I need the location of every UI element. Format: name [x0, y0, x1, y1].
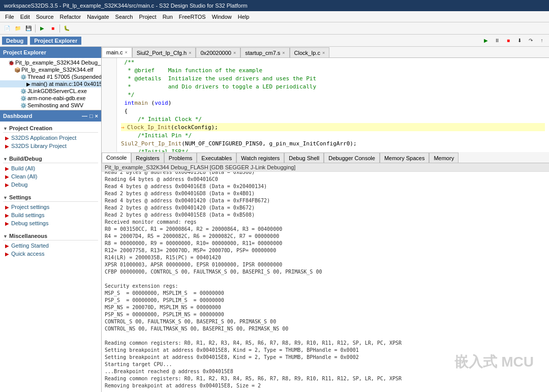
menu-item-refactor[interactable]: Refactor	[57, 13, 84, 21]
dashboard-section: ▼ Miscellaneous▶Getting Started▶Quick ac…	[0, 229, 101, 260]
section-header[interactable]: ▼ Settings	[3, 193, 98, 202]
console-tab-5[interactable]: Debug Shell	[284, 153, 324, 163]
dashboard-item[interactable]: ▶Build settings	[3, 211, 98, 219]
console-line	[105, 333, 546, 340]
console-tab-3[interactable]: Executables	[197, 153, 236, 163]
console-line: Read 2 bytes @ address 0x004016D8 (Data …	[105, 191, 546, 198]
tree-item[interactable]: ⚙️Semihosting and SWV	[0, 102, 101, 109]
dashboard-section: ▼ Project Creation▶S32DS Application Pro…	[0, 122, 101, 152]
dashboard-item[interactable]: ▶Debug	[3, 180, 98, 189]
menu-item-help[interactable]: Help	[235, 13, 253, 21]
console-line: CONTROL_NS 00, FAULTMASK_NS 00, BASEPRI_…	[105, 326, 546, 333]
editor-tab-1[interactable]: Siul2_Port_Ip_Cfg.h×	[132, 47, 196, 57]
section-chevron: ▼	[3, 157, 8, 162]
console-line: Removing breakpoint at address 0x004015E…	[105, 383, 546, 390]
item-label: Build settings	[11, 212, 44, 218]
step-into-btn[interactable]: ⬇	[514, 36, 525, 45]
tree-item[interactable]: 📦Pit_lp_example_S32K344.elf	[0, 66, 101, 73]
console-tab-6[interactable]: Debugger Console	[324, 153, 380, 163]
console-line: Reading common registers: R0, R1, R2, R3…	[105, 376, 546, 383]
tree-item[interactable]: ⚙️arm-none-eabi-gdb.exe	[0, 95, 101, 102]
step-return-btn[interactable]: ↑	[537, 36, 547, 45]
dashboard-item[interactable]: ▶Build (All)	[3, 164, 98, 172]
dashboard-item[interactable]: ▶Getting Started	[3, 242, 98, 250]
console-content[interactable]: Received monitor command: haltHalting ta…	[102, 172, 549, 392]
menu-item-run[interactable]: Run	[160, 13, 176, 21]
tab-close-0[interactable]: ×	[125, 50, 127, 55]
editor-tab-4[interactable]: Clock_Ip.c×	[290, 47, 330, 57]
stop-debug-btn[interactable]: ■	[503, 36, 513, 45]
menu-item-navigate[interactable]: Navigate	[84, 13, 112, 21]
item-icon: ▶	[5, 166, 9, 171]
menu-item-file[interactable]: File	[2, 13, 17, 21]
tree-item[interactable]: ⚙️Thread #1 57005 (Suspended : Breakpoin…	[0, 73, 101, 80]
item-label: Debug settings	[11, 220, 48, 226]
editor-tab-0[interactable]: main.c×	[102, 47, 132, 57]
menu-item-source[interactable]: Source	[33, 13, 57, 21]
console-tab-1[interactable]: Registers	[131, 153, 164, 163]
menu-item-search[interactable]: Search	[112, 13, 136, 21]
stop-btn[interactable]: ■	[48, 24, 58, 33]
tab-label: Clock_Ip.c	[294, 50, 320, 56]
step-over-btn[interactable]: ↷	[526, 36, 536, 45]
dashboard-item[interactable]: ▶Clean (All)	[3, 172, 98, 180]
dashboard-section: ▼ Build/Debug▶Build (All)▶Clean (All)▶De…	[0, 152, 101, 191]
menu-item-window[interactable]: Window	[209, 13, 235, 21]
tree-label: JLinkGDBServerCL.exe	[27, 88, 87, 94]
console-tabs: ConsoleRegistersProblemsExecutablesWatch…	[102, 152, 549, 163]
dashboard-item[interactable]: ▶Project settings	[3, 203, 98, 211]
editor-tab-3[interactable]: startup_cm7.s×	[240, 47, 289, 57]
item-icon: ▶	[5, 182, 9, 188]
tree-item[interactable]: ⚙️JLinkGDBServerCL.exe	[0, 87, 101, 95]
editor-tab-2[interactable]: 0x20020000×	[196, 47, 240, 57]
dashboard-max-btn[interactable]: □	[89, 113, 93, 119]
console-line: R4 = 20007D4, R5 = 2000082C, R6 = 200008…	[105, 233, 546, 240]
tab-close-4[interactable]: ×	[322, 50, 325, 55]
open-btn[interactable]: 📁	[13, 24, 23, 33]
debug-btn[interactable]: 🐛	[62, 24, 72, 33]
item-label: Project settings	[11, 204, 49, 210]
section-header[interactable]: ▼ Build/Debug	[3, 154, 98, 163]
tree-icon: ⚙️	[20, 74, 26, 80]
menu-item-edit[interactable]: Edit	[17, 13, 33, 21]
console-breadcrumb: Pit_lp_example_S32K344 Debug_FLASH [GDB …	[102, 163, 549, 172]
menu-item-project[interactable]: Project	[136, 13, 159, 21]
project-tree[interactable]: 🐞Pit_lp_example_S32K344 Debug_FLASH [GDB…	[0, 58, 101, 110]
item-icon: ▶	[5, 251, 9, 257]
tab-close-2[interactable]: ×	[233, 50, 236, 55]
console-tab-0[interactable]: Console	[102, 153, 131, 163]
item-label: S32DS Application Project	[11, 135, 76, 141]
section-header[interactable]: ▼ Miscellaneous	[3, 231, 98, 240]
tree-item[interactable]: 🐞Pit_lp_example_S32K344 Debug_FLASH [GDB…	[0, 59, 101, 66]
menu-item-freertos[interactable]: FreeRTOS	[176, 13, 209, 21]
console-tab-7[interactable]: Memory Spaces	[380, 153, 429, 163]
suspend-btn[interactable]: ⏸	[492, 36, 502, 45]
item-label: Clean (All)	[11, 173, 37, 179]
title-bar: workspaceS32DS.3.5 - Pit_lp_example_S32K…	[0, 0, 549, 11]
run-btn[interactable]: ▶	[37, 24, 47, 33]
console-tab-2[interactable]: Problems	[164, 153, 197, 163]
new-btn[interactable]: 📄	[2, 24, 12, 33]
project-explorer-tab[interactable]: Project Explorer	[30, 37, 81, 45]
dashboard-item[interactable]: ▶S32DS Library Project	[3, 142, 98, 150]
dashboard-close-btn[interactable]: ×	[95, 113, 98, 119]
console-line: CFBP 00000000, CONTROL_S 00, FAULTMASK_S…	[105, 269, 546, 276]
tab-close-3[interactable]: ×	[282, 50, 285, 55]
item-label: Build (All)	[11, 165, 35, 171]
tab-close-1[interactable]: ×	[189, 50, 191, 55]
tree-item[interactable]: ▶main() at main.c:104 0x4015e8	[0, 80, 101, 87]
tree-icon: ⚙️	[20, 103, 26, 108]
console-line: MSP_NS = 200070D, MSPLIM_NS = 00000000	[105, 305, 546, 312]
dashboard-item[interactable]: ▶Quick access	[3, 250, 98, 258]
dashboard-item[interactable]: ▶Debug settings	[3, 219, 98, 227]
console-line: R12= 20007758, R13= 200070D, MSP= 200070…	[105, 248, 546, 255]
console-tab-8[interactable]: Memory	[429, 153, 459, 163]
section-header[interactable]: ▼ Project Creation	[3, 124, 98, 133]
editor-area[interactable]: /** * @brief Main function of the exampl…	[102, 58, 549, 152]
save-btn[interactable]: 💾	[23, 24, 34, 33]
debug-tab[interactable]: Debug	[2, 37, 27, 45]
console-tab-4[interactable]: Watch registers	[236, 153, 284, 163]
dashboard-item[interactable]: ▶S32DS Application Project	[3, 134, 98, 142]
resume-btn[interactable]: ▶	[481, 36, 491, 45]
dashboard-min-btn[interactable]: —	[82, 113, 87, 119]
